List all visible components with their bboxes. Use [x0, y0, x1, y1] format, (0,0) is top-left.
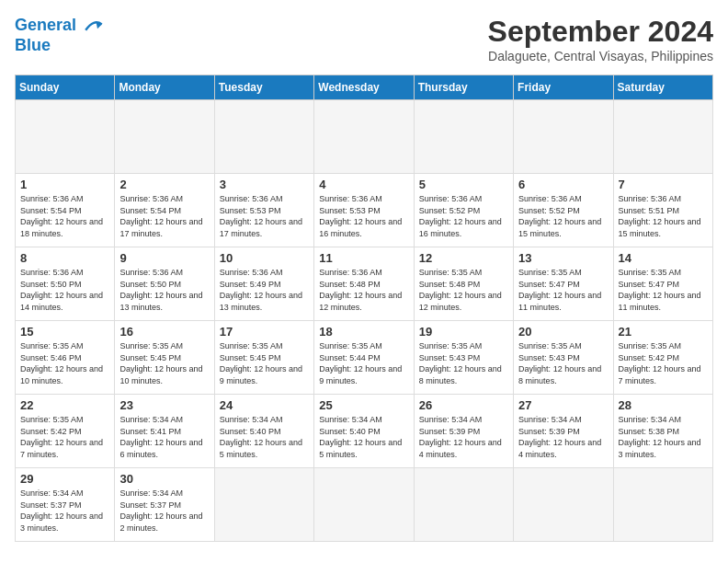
table-cell: 26Sunrise: 5:34 AMSunset: 5:39 PMDayligh… [414, 395, 513, 468]
day-number: 5 [419, 178, 508, 191]
day-number: 29 [20, 472, 109, 486]
table-cell [115, 100, 214, 174]
day-info: Sunrise: 5:34 AMSunset: 5:39 PMDaylight:… [518, 414, 608, 460]
table-cell: 18Sunrise: 5:35 AMSunset: 5:44 PMDayligh… [314, 321, 414, 395]
day-number: 28 [619, 398, 708, 412]
day-info: Sunrise: 5:34 AMSunset: 5:39 PMDaylight:… [419, 414, 508, 460]
day-info: Sunrise: 5:36 AMSunset: 5:52 PMDaylight:… [518, 193, 608, 239]
table-cell: 29Sunrise: 5:34 AMSunset: 5:37 PMDayligh… [16, 468, 115, 542]
day-info: Sunrise: 5:36 AMSunset: 5:49 PMDaylight:… [220, 267, 309, 313]
day-number: 4 [319, 178, 408, 191]
table-cell [314, 100, 414, 174]
table-cell: 24Sunrise: 5:34 AMSunset: 5:40 PMDayligh… [214, 395, 313, 468]
table-cell: 30Sunrise: 5:34 AMSunset: 5:37 PMDayligh… [115, 468, 214, 542]
table-cell: 28Sunrise: 5:34 AMSunset: 5:38 PMDayligh… [613, 395, 712, 468]
day-number: 25 [319, 398, 408, 412]
table-cell [214, 100, 313, 174]
day-number: 2 [119, 178, 209, 191]
day-number: 20 [518, 325, 608, 339]
day-info: Sunrise: 5:35 AMSunset: 5:47 PMDaylight:… [518, 267, 608, 313]
calendar-row: 15Sunrise: 5:35 AMSunset: 5:46 PMDayligh… [16, 321, 713, 395]
day-info: Sunrise: 5:35 AMSunset: 5:44 PMDaylight:… [319, 340, 408, 386]
day-info: Sunrise: 5:36 AMSunset: 5:53 PMDaylight:… [220, 193, 309, 239]
day-number: 17 [220, 325, 309, 339]
table-cell: 10Sunrise: 5:36 AMSunset: 5:49 PMDayligh… [214, 247, 313, 321]
table-cell [314, 468, 414, 542]
calendar-row: 29Sunrise: 5:34 AMSunset: 5:37 PMDayligh… [16, 468, 713, 542]
day-number: 16 [119, 325, 209, 339]
table-cell: 21Sunrise: 5:35 AMSunset: 5:42 PMDayligh… [613, 321, 712, 395]
month-title: September 2024 [488, 15, 713, 49]
day-number: 13 [518, 251, 608, 265]
day-info: Sunrise: 5:34 AMSunset: 5:40 PMDaylight:… [220, 414, 309, 460]
day-info: Sunrise: 5:36 AMSunset: 5:50 PMDaylight:… [20, 267, 109, 313]
calendar-row: 22Sunrise: 5:35 AMSunset: 5:42 PMDayligh… [16, 395, 713, 468]
table-cell [514, 100, 613, 174]
page-header: General Blue September 2024 Dalaguete, C… [15, 15, 713, 63]
day-info: Sunrise: 5:36 AMSunset: 5:48 PMDaylight:… [319, 267, 408, 313]
day-info: Sunrise: 5:35 AMSunset: 5:46 PMDaylight:… [20, 340, 109, 386]
day-info: Sunrise: 5:36 AMSunset: 5:52 PMDaylight:… [419, 193, 508, 239]
day-info: Sunrise: 5:35 AMSunset: 5:45 PMDaylight:… [220, 340, 309, 386]
day-info: Sunrise: 5:36 AMSunset: 5:54 PMDaylight:… [119, 193, 209, 239]
day-info: Sunrise: 5:34 AMSunset: 5:41 PMDaylight:… [119, 414, 209, 460]
day-number: 15 [20, 325, 109, 339]
col-sunday: Sunday [16, 75, 115, 100]
table-cell [613, 100, 712, 174]
day-number: 23 [119, 398, 209, 412]
day-info: Sunrise: 5:35 AMSunset: 5:48 PMDaylight:… [419, 267, 508, 313]
table-cell: 2Sunrise: 5:36 AMSunset: 5:54 PMDaylight… [115, 174, 214, 247]
col-saturday: Saturday [613, 75, 712, 100]
table-cell: 23Sunrise: 5:34 AMSunset: 5:41 PMDayligh… [115, 395, 214, 468]
location-title: Dalaguete, Central Visayas, Philippines [488, 49, 713, 63]
day-info: Sunrise: 5:36 AMSunset: 5:51 PMDaylight:… [619, 193, 708, 239]
day-info: Sunrise: 5:36 AMSunset: 5:53 PMDaylight:… [319, 193, 408, 239]
day-info: Sunrise: 5:35 AMSunset: 5:45 PMDaylight:… [119, 340, 209, 386]
table-cell: 9Sunrise: 5:36 AMSunset: 5:50 PMDaylight… [115, 247, 214, 321]
calendar-row: 1Sunrise: 5:36 AMSunset: 5:54 PMDaylight… [16, 174, 713, 247]
table-cell: 22Sunrise: 5:35 AMSunset: 5:42 PMDayligh… [16, 395, 115, 468]
day-info: Sunrise: 5:34 AMSunset: 5:37 PMDaylight:… [119, 488, 209, 534]
table-cell: 4Sunrise: 5:36 AMSunset: 5:53 PMDaylight… [314, 174, 414, 247]
day-number: 1 [20, 178, 109, 191]
day-number: 10 [220, 251, 309, 265]
table-cell [16, 100, 115, 174]
col-thursday: Thursday [414, 75, 513, 100]
day-number: 26 [419, 398, 508, 412]
col-monday: Monday [115, 75, 214, 100]
table-cell: 14Sunrise: 5:35 AMSunset: 5:47 PMDayligh… [613, 247, 712, 321]
table-cell: 12Sunrise: 5:35 AMSunset: 5:48 PMDayligh… [414, 247, 513, 321]
calendar-table: Sunday Monday Tuesday Wednesday Thursday… [15, 75, 713, 542]
day-number: 12 [419, 251, 508, 265]
col-tuesday: Tuesday [214, 75, 313, 100]
day-info: Sunrise: 5:34 AMSunset: 5:40 PMDaylight:… [319, 414, 408, 460]
day-info: Sunrise: 5:35 AMSunset: 5:42 PMDaylight:… [619, 340, 708, 386]
day-info: Sunrise: 5:35 AMSunset: 5:43 PMDaylight:… [419, 340, 508, 386]
table-cell [214, 468, 313, 542]
table-cell: 17Sunrise: 5:35 AMSunset: 5:45 PMDayligh… [214, 321, 313, 395]
day-number: 19 [419, 325, 508, 339]
table-cell: 19Sunrise: 5:35 AMSunset: 5:43 PMDayligh… [414, 321, 513, 395]
day-number: 7 [619, 178, 708, 191]
day-number: 22 [20, 398, 109, 412]
table-cell [414, 100, 513, 174]
logo-blue: Blue [15, 37, 105, 55]
day-number: 27 [518, 398, 608, 412]
col-friday: Friday [514, 75, 613, 100]
table-cell: 11Sunrise: 5:36 AMSunset: 5:48 PMDayligh… [314, 247, 414, 321]
col-wednesday: Wednesday [314, 75, 414, 100]
table-cell: 3Sunrise: 5:36 AMSunset: 5:53 PMDaylight… [214, 174, 313, 247]
table-cell: 1Sunrise: 5:36 AMSunset: 5:54 PMDaylight… [16, 174, 115, 247]
day-info: Sunrise: 5:36 AMSunset: 5:54 PMDaylight:… [20, 193, 109, 239]
logo-icon [83, 15, 105, 37]
logo-text: General [15, 15, 105, 37]
table-cell: 15Sunrise: 5:35 AMSunset: 5:46 PMDayligh… [16, 321, 115, 395]
day-info: Sunrise: 5:34 AMSunset: 5:37 PMDaylight:… [20, 488, 109, 534]
table-cell: 8Sunrise: 5:36 AMSunset: 5:50 PMDaylight… [16, 247, 115, 321]
day-number: 9 [119, 251, 209, 265]
day-info: Sunrise: 5:34 AMSunset: 5:38 PMDaylight:… [619, 414, 708, 460]
day-number: 30 [119, 472, 209, 486]
calendar-row: 8Sunrise: 5:36 AMSunset: 5:50 PMDaylight… [16, 247, 713, 321]
day-number: 24 [220, 398, 309, 412]
table-cell: 27Sunrise: 5:34 AMSunset: 5:39 PMDayligh… [514, 395, 613, 468]
